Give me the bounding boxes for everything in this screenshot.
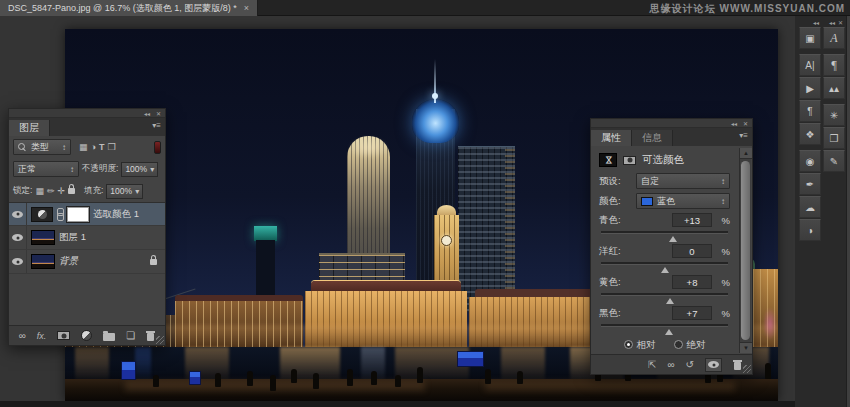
black-slider-track[interactable] bbox=[601, 322, 728, 332]
view-previous-state-icon[interactable]: ∞ bbox=[667, 359, 674, 370]
panel-menu-icon[interactable]: ▾≡ bbox=[152, 121, 161, 130]
lock-move-icon[interactable]: ✛ bbox=[57, 186, 65, 196]
visibility-cell[interactable] bbox=[9, 226, 27, 249]
spinner-icon: ↕ bbox=[721, 197, 725, 206]
character-styles-panel-button[interactable]: A bbox=[823, 27, 845, 49]
close-icon[interactable]: ✕ bbox=[156, 110, 161, 117]
close-dock-icon[interactable]: ✕ bbox=[838, 19, 843, 27]
close-icon[interactable]: ✕ bbox=[743, 120, 748, 127]
layer-thumbnail[interactable] bbox=[31, 254, 55, 269]
paths-panel-button[interactable]: ✒ bbox=[799, 173, 821, 195]
mask-link-icon[interactable] bbox=[57, 208, 63, 220]
magenta-slider-thumb[interactable] bbox=[661, 263, 669, 273]
relative-option[interactable]: 相对 bbox=[624, 339, 656, 352]
layer-name[interactable]: 选取颜色 1 bbox=[93, 208, 139, 221]
adjustment-layer-thumbnail[interactable] bbox=[31, 207, 53, 222]
fill-dropdown[interactable]: 100% ▾ bbox=[106, 184, 143, 199]
layer-row-selective-color[interactable]: 选取颜色 1 bbox=[9, 202, 165, 226]
character-panel-button[interactable]: A| bbox=[799, 54, 821, 76]
cyan-value-field[interactable]: +13 bbox=[672, 213, 712, 227]
magenta-slider-track[interactable] bbox=[601, 260, 728, 270]
adjustments-panel-button[interactable]: ◑ bbox=[799, 219, 821, 241]
tab-properties[interactable]: 属性 bbox=[591, 130, 632, 146]
cyan-slider-thumb[interactable] bbox=[669, 232, 677, 242]
relative-radio[interactable] bbox=[624, 340, 633, 349]
clone-source-panel-button[interactable]: ▣ bbox=[799, 27, 821, 49]
styles-panel-button[interactable]: ✎ bbox=[823, 150, 845, 172]
scroll-down-icon[interactable]: ▼ bbox=[740, 342, 752, 353]
glyphs-panel-button[interactable]: ❖ bbox=[799, 123, 821, 145]
filter-kind-dropdown[interactable]: 类型 ↕ bbox=[13, 139, 71, 155]
watermark-text: 思缘设计论坛 WWW.MISSYUAN.COM bbox=[650, 2, 845, 16]
visibility-cell[interactable] bbox=[9, 203, 27, 225]
panel-resize-grip[interactable] bbox=[156, 336, 164, 344]
filter-toggle-switch[interactable] bbox=[154, 141, 161, 154]
color-dropdown[interactable]: 蓝色 ↕ bbox=[636, 193, 730, 209]
close-tab-icon[interactable]: × bbox=[244, 3, 249, 13]
toggle-visibility-button[interactable] bbox=[705, 358, 722, 372]
layer-name[interactable]: 图层 1 bbox=[59, 231, 86, 244]
layer-row-background[interactable]: 背景 bbox=[9, 250, 165, 274]
filter-type-icon[interactable]: T bbox=[99, 142, 105, 152]
panel-menu-icon[interactable]: ▾≡ bbox=[739, 131, 748, 140]
scroll-up-icon[interactable]: ▲ bbox=[740, 148, 752, 159]
layer-row-layer1[interactable]: 图层 1 bbox=[9, 226, 165, 250]
collapse-panels-icon[interactable]: ◂◂ bbox=[829, 19, 835, 27]
blend-mode-dropdown[interactable]: 正常 ↕ bbox=[13, 161, 79, 177]
clip-to-layer-icon[interactable]: ⇱ bbox=[648, 359, 656, 370]
document-tab[interactable]: DSC_5847-Pano.jpg @ 16.7% (选取颜色 1, 图层蒙版/… bbox=[0, 0, 258, 16]
scrollbar-thumb[interactable] bbox=[741, 161, 750, 340]
dock-header: ◂◂ ✕ bbox=[823, 17, 845, 27]
brush-panel-button[interactable]: ✳ bbox=[823, 104, 845, 126]
opacity-dropdown[interactable]: 100% ▾ bbox=[121, 162, 158, 177]
collapse-icon[interactable]: ◂◂ bbox=[731, 120, 737, 127]
black-value-field[interactable]: +7 bbox=[672, 306, 712, 320]
reset-adjustment-icon[interactable]: ↺ bbox=[686, 359, 694, 370]
lock-transparency-icon[interactable]: ▦ bbox=[35, 186, 44, 196]
preset-dropdown[interactable]: 自定 ↕ bbox=[636, 173, 730, 189]
tab-layers[interactable]: 图层 bbox=[9, 120, 50, 136]
filter-adjustment-icon[interactable]: ◑ bbox=[91, 142, 96, 152]
yellow-slider-thumb[interactable] bbox=[666, 294, 674, 304]
collapse-panels-icon[interactable]: ◂◂ bbox=[813, 19, 819, 27]
creative-cloud-panel-button[interactable]: ☁ bbox=[799, 196, 821, 218]
cyan-slider-track[interactable] bbox=[601, 229, 728, 239]
filter-shape-icon[interactable]: ❒ bbox=[107, 142, 115, 152]
properties-scrollbar[interactable]: ▲ ▼ bbox=[739, 148, 751, 353]
actions-panel-button[interactable]: ▶ bbox=[799, 77, 821, 99]
layer-style-fx-icon[interactable]: fx. bbox=[37, 331, 47, 341]
3d-panel-button[interactable]: ◉ bbox=[799, 150, 821, 172]
magenta-slider-group: 洋红: 0 % bbox=[591, 242, 738, 270]
link-layers-icon[interactable]: ∞ bbox=[19, 330, 26, 341]
layer-mask-thumbnail[interactable] bbox=[67, 207, 89, 222]
layers-bottom-bar: ∞ fx. ❏ bbox=[9, 325, 165, 345]
tool-presets-panel-button[interactable]: ❐ bbox=[823, 127, 845, 149]
blend-mode-row: 正常 ↕ 不透明度: 100% ▾ bbox=[9, 158, 165, 180]
pedestrian-silhouette bbox=[313, 373, 319, 389]
layer-thumbnail[interactable] bbox=[31, 230, 55, 245]
new-layer-icon[interactable]: ❏ bbox=[126, 330, 135, 341]
paragraph-styles-panel-button[interactable]: ¶ bbox=[823, 54, 845, 76]
tab-info[interactable]: 信息 bbox=[632, 130, 673, 146]
panel-resize-grip[interactable] bbox=[743, 365, 751, 373]
yellow-slider-track[interactable] bbox=[601, 291, 728, 301]
new-group-icon[interactable] bbox=[103, 333, 115, 341]
brush-presets-panel-button[interactable]: ▴▴ bbox=[823, 77, 845, 99]
black-slider-thumb[interactable] bbox=[665, 325, 673, 335]
lock-all-icon[interactable] bbox=[68, 188, 75, 194]
fill-value: 100% bbox=[110, 186, 132, 196]
magenta-value-field[interactable]: 0 bbox=[672, 244, 712, 258]
visibility-cell[interactable] bbox=[9, 250, 27, 273]
paragraph-panel-button[interactable]: ¶ bbox=[799, 100, 821, 122]
layer-name[interactable]: 背景 bbox=[59, 255, 78, 268]
yellow-value-field[interactable]: +8 bbox=[672, 275, 712, 289]
add-mask-icon[interactable] bbox=[57, 331, 70, 340]
filter-pixel-icon[interactable]: ▦ bbox=[79, 142, 88, 152]
absolute-option[interactable]: 绝对 bbox=[674, 339, 706, 352]
delete-adjustment-icon[interactable] bbox=[733, 359, 742, 370]
new-adjustment-layer-icon[interactable] bbox=[81, 330, 92, 341]
lock-paint-icon[interactable]: ✏ bbox=[47, 186, 55, 196]
delete-layer-icon[interactable] bbox=[146, 330, 155, 341]
absolute-radio[interactable] bbox=[674, 340, 683, 349]
collapse-icon[interactable]: ◂◂ bbox=[144, 110, 150, 117]
